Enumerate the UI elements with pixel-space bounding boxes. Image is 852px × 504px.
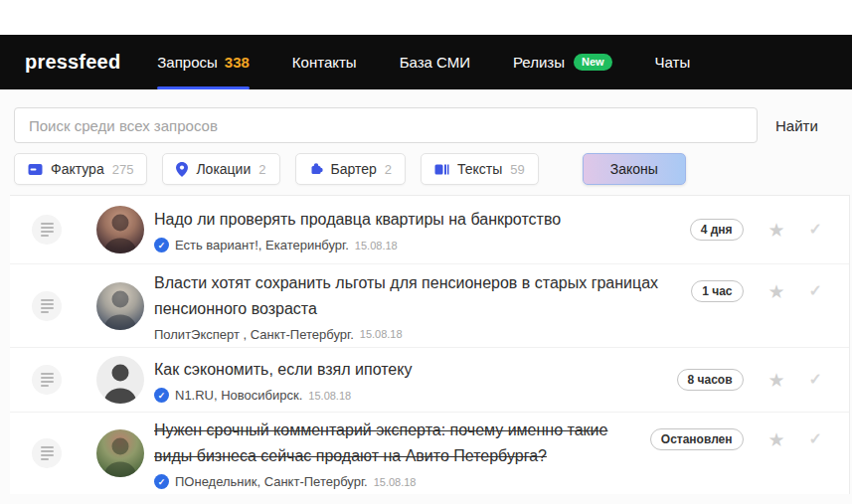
chip-label: Локации bbox=[196, 161, 251, 177]
list-lines-icon bbox=[41, 371, 54, 389]
source-name[interactable]: Есть вариант!, Екатеринбург. bbox=[175, 238, 349, 252]
request-source-line: ✓ N1.RU, Новосибирск. 15.08.18 bbox=[154, 388, 659, 403]
request-row[interactable]: Власти хотят сохранить льготы для пенсио… bbox=[10, 264, 849, 348]
avatar[interactable] bbox=[96, 429, 144, 477]
verified-icon: ✓ bbox=[154, 474, 169, 489]
texts-icon bbox=[434, 163, 449, 176]
request-title[interactable]: Власти хотят сохранить льготы для пенсио… bbox=[154, 270, 673, 322]
verified-icon: ✓ bbox=[154, 238, 169, 252]
main-content: Найти Фактура 275 Локации 2 Барте bbox=[0, 89, 852, 504]
chip-count: 2 bbox=[258, 162, 265, 177]
logo[interactable]: pressfeed bbox=[25, 51, 120, 74]
star-icon[interactable]: ★ bbox=[768, 371, 785, 390]
request-source-line: ✓ ПолитЭксперт , Санкт-Петербург. 15.08.… bbox=[154, 327, 673, 342]
nav-item-baza-smi[interactable]: База СМИ bbox=[400, 35, 470, 89]
new-badge: New bbox=[574, 54, 612, 71]
request-body: Надо ли проверять продавца квартиры на б… bbox=[154, 207, 690, 252]
search-bar: Найти bbox=[14, 107, 822, 143]
request-row[interactable]: Нужен срочный комментарий эксперта: поче… bbox=[10, 413, 849, 494]
request-actions: 8 часов ★ ✓ bbox=[677, 369, 822, 391]
request-actions: Остановлен ★ ✓ bbox=[650, 428, 822, 450]
check-icon[interactable]: ✓ bbox=[809, 283, 822, 299]
star-icon[interactable]: ★ bbox=[768, 282, 785, 301]
nav-item-chaty[interactable]: Чаты bbox=[655, 35, 691, 89]
request-date: 15.08.18 bbox=[355, 240, 398, 252]
request-source-line: ✓ Есть вариант!, Екатеринбург. 15.08.18 bbox=[154, 238, 672, 252]
filter-chip-teksty[interactable]: Тексты 59 bbox=[421, 153, 539, 185]
nav-item-label: Чаты bbox=[655, 54, 691, 71]
search-input[interactable] bbox=[14, 107, 758, 143]
nav-item-kontakty[interactable]: Контакты bbox=[292, 35, 357, 89]
chip-count: 275 bbox=[112, 162, 134, 177]
source-name[interactable]: ПолитЭксперт , Санкт-Петербург. bbox=[154, 327, 354, 342]
chip-label: Бартер bbox=[331, 161, 377, 177]
list-lines-icon bbox=[41, 297, 54, 315]
location-pin-icon bbox=[176, 162, 188, 177]
check-icon[interactable]: ✓ bbox=[809, 431, 822, 447]
request-source-line: ✓ ПОнедельник, Санкт-Петербург. 15.08.18 bbox=[154, 474, 632, 489]
chip-label: Тексты bbox=[457, 161, 502, 177]
verified-icon: ✓ bbox=[154, 388, 169, 403]
filter-chip-faktura[interactable]: Фактура 275 bbox=[14, 153, 147, 185]
row-menu-button[interactable] bbox=[32, 291, 62, 321]
star-icon[interactable]: ★ bbox=[768, 430, 785, 449]
request-date: 15.08.18 bbox=[374, 476, 417, 488]
facts-icon bbox=[28, 163, 43, 176]
time-badge: 4 дня bbox=[690, 219, 744, 241]
time-badge: 1 час bbox=[691, 280, 743, 302]
check-icon[interactable]: ✓ bbox=[809, 372, 822, 388]
request-actions: 1 час ★ ✓ bbox=[691, 280, 822, 302]
puzzle-icon bbox=[309, 162, 323, 176]
time-badge: 8 часов bbox=[677, 369, 744, 391]
request-title[interactable]: Надо ли проверять продавца квартиры на б… bbox=[154, 207, 672, 233]
request-body: Власти хотят сохранить льготы для пенсио… bbox=[154, 270, 691, 342]
person-silhouette-icon bbox=[96, 429, 144, 477]
avatar[interactable] bbox=[96, 282, 144, 330]
list-lines-icon bbox=[41, 221, 54, 239]
check-icon[interactable]: ✓ bbox=[809, 222, 822, 238]
nav-item-zaprosy[interactable]: Запросы 338 bbox=[157, 35, 250, 89]
filter-chip-barter[interactable]: Бартер 2 bbox=[295, 153, 407, 185]
search-button[interactable]: Найти bbox=[771, 111, 822, 140]
nav-item-label: База СМИ bbox=[400, 54, 470, 71]
request-title[interactable]: Как сэкономить, если взял ипотеку bbox=[154, 357, 659, 383]
active-tag-zakony[interactable]: Законы bbox=[583, 153, 686, 185]
row-menu-button[interactable] bbox=[32, 215, 62, 245]
request-row[interactable]: Как сэкономить, если взял ипотеку ✓ N1.R… bbox=[10, 348, 849, 413]
chip-label: Фактура bbox=[51, 161, 104, 177]
chip-count: 2 bbox=[385, 162, 392, 177]
list-lines-icon bbox=[41, 444, 54, 462]
filter-chips: Фактура 275 Локации 2 Бартер 2 bbox=[14, 153, 686, 185]
nav-menu: Запросы 338 Контакты База СМИ Релизы New… bbox=[157, 35, 733, 89]
filter-chip-lokacii[interactable]: Локации 2 bbox=[162, 153, 279, 185]
request-row[interactable]: Надо ли проверять продавца квартиры на б… bbox=[10, 196, 849, 264]
request-actions: 4 дня ★ ✓ bbox=[690, 219, 822, 241]
avatar[interactable] bbox=[96, 206, 144, 253]
time-badge: Остановлен bbox=[650, 428, 744, 450]
nav-item-label: Запросы bbox=[157, 54, 218, 71]
requests-count-badge: 338 bbox=[225, 54, 250, 71]
request-body: Как сэкономить, если взял ипотеку ✓ N1.R… bbox=[154, 357, 677, 403]
nav-item-label: Контакты bbox=[292, 54, 357, 71]
row-menu-button[interactable] bbox=[32, 438, 62, 468]
chip-count: 59 bbox=[510, 162, 524, 177]
source-name[interactable]: ПОнедельник, Санкт-Петербург. bbox=[175, 474, 368, 489]
source-name[interactable]: N1.RU, Новосибирск. bbox=[175, 388, 302, 403]
requests-list: Надо ли проверять продавца квартиры на б… bbox=[10, 195, 850, 494]
row-menu-button[interactable] bbox=[32, 365, 62, 395]
avatar-placeholder[interactable] bbox=[96, 356, 144, 404]
nav-item-label: Релизы bbox=[513, 54, 565, 71]
request-body: Нужен срочный комментарий эксперта: поче… bbox=[154, 418, 650, 489]
request-date: 15.08.18 bbox=[308, 390, 351, 402]
request-date: 15.08.18 bbox=[360, 328, 403, 340]
person-silhouette-icon bbox=[96, 282, 144, 330]
star-icon[interactable]: ★ bbox=[768, 221, 785, 240]
person-silhouette-icon bbox=[96, 356, 144, 404]
request-title[interactable]: Нужен срочный комментарий эксперта: поче… bbox=[154, 418, 632, 469]
person-silhouette-icon bbox=[96, 206, 144, 253]
top-nav: pressfeed Запросы 338 Контакты База СМИ … bbox=[0, 35, 852, 89]
nav-item-relizy[interactable]: Релизы New bbox=[513, 35, 612, 89]
